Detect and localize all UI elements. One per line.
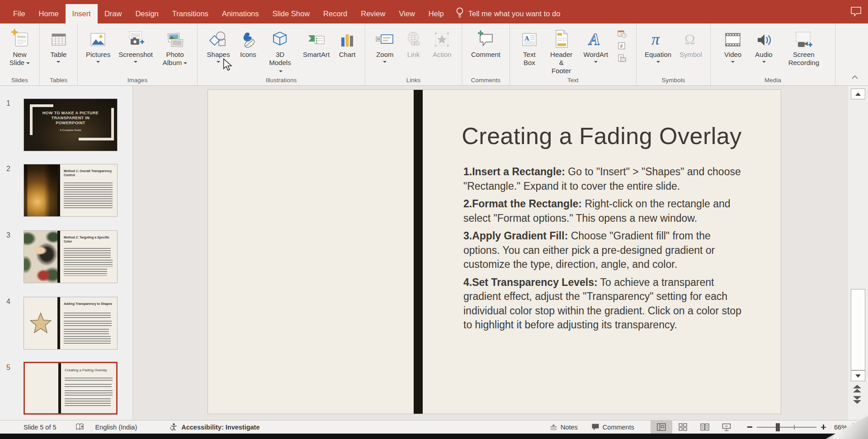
normal-view-button[interactable] [651, 420, 672, 434]
3d-models-button[interactable]: 3D Models [266, 26, 293, 75]
zoom-slider-thumb[interactable] [776, 423, 780, 431]
tab-animations[interactable]: Animations [215, 4, 266, 23]
object-button[interactable] [618, 54, 627, 64]
dropdown-chevron-icon [594, 61, 598, 63]
collapse-ribbon-button[interactable] [852, 73, 858, 81]
slide-thumbnail-2[interactable]: Method 1: Overall Transparency Control [24, 164, 118, 217]
slide-divider-bar [57, 164, 60, 216]
zoom-slider-track[interactable] [757, 427, 816, 428]
wordart-icon: A [587, 27, 605, 49]
svg-text:A: A [524, 35, 529, 42]
slide-thumbnail-5-selected[interactable]: Creating a Fading Overlay [24, 362, 118, 415]
icons-icon [239, 27, 257, 49]
photo-album-button[interactable]: Photo Album [161, 26, 189, 67]
video-button[interactable]: Video [724, 26, 742, 63]
slide-thumbnail-3[interactable]: Method 2: Targeting a Specific Color [24, 230, 118, 283]
notes-toggle[interactable]: Notes [546, 420, 581, 434]
slide-show-button[interactable] [716, 420, 737, 434]
up-arrow-icon [855, 93, 861, 96]
vertical-scrollbar[interactable] [848, 86, 868, 420]
comments-toggle[interactable]: Comments [588, 420, 638, 434]
zoom-slider[interactable] [740, 425, 826, 430]
double-down-arrow-icon [853, 400, 861, 404]
tab-transitions[interactable]: Transitions [165, 4, 215, 23]
slide-number-button[interactable]: # [618, 42, 627, 52]
audio-button[interactable]: Audio [755, 26, 772, 63]
svg-text:#: # [620, 43, 623, 49]
tab-help[interactable]: Help [422, 4, 451, 23]
ribbon-group-links: Zoom Link Action Links [365, 23, 462, 85]
zoom-out-icon[interactable] [747, 426, 752, 428]
slide-title-textbox[interactable]: Creating a Fading Overlay [423, 122, 781, 149]
shapes-button[interactable]: Shapes [207, 26, 230, 63]
bottom-black-strip [0, 434, 868, 439]
zoom-in-icon[interactable] [821, 425, 826, 430]
dropdown-chevron-icon [26, 62, 30, 64]
tab-review[interactable]: Review [354, 4, 392, 23]
chart-button[interactable]: Chart [339, 26, 356, 59]
slide-canvas[interactable]: Creating a Fading Overlay 1.Insert a Rec… [133, 86, 848, 420]
audio-icon [755, 27, 773, 49]
smartart-button[interactable]: SmartArt [303, 26, 330, 59]
wordart-button[interactable]: A WordArt [584, 26, 609, 63]
dropdown-chevron-icon [134, 61, 137, 63]
status-bar-right: Notes Comments 66% [546, 420, 865, 434]
screen-recording-button[interactable]: Screen Recording [786, 26, 822, 67]
lightbulb-icon [455, 7, 464, 21]
accessibility-status[interactable]: Accessibility: Investigate [166, 423, 263, 431]
slide-body-textbox[interactable]: 1.Insert a Rectangle: Go to "Insert" > "… [463, 165, 743, 336]
date-time-button[interactable] [618, 30, 627, 40]
mouse-cursor [223, 58, 233, 74]
language-selector[interactable]: English (India) [92, 424, 141, 431]
tab-record[interactable]: Record [316, 4, 354, 23]
screenshot-button[interactable]: Screenshot [118, 26, 153, 63]
scroll-up-button[interactable] [851, 89, 865, 99]
text-box-button[interactable]: A Text Box [519, 26, 539, 67]
previous-slide-button[interactable] [853, 385, 861, 393]
ribbon-group-comments: Comment Comments [462, 23, 510, 85]
step-paragraph: 1.Insert a Rectangle: Go to "Insert" > "… [463, 165, 743, 193]
icons-button[interactable]: Icons [239, 26, 257, 59]
tab-slide-show[interactable]: Slide Show [266, 4, 317, 23]
tab-file[interactable]: File [6, 4, 32, 23]
tab-draw[interactable]: Draw [98, 4, 129, 23]
group-label-symbols: Symbols [637, 77, 710, 84]
slide-number-4: 4 [6, 298, 17, 306]
chart-icon [339, 27, 355, 49]
next-slide-button[interactable] [853, 396, 861, 404]
header-footer-icon [553, 27, 570, 49]
scroll-down-button[interactable] [851, 370, 865, 381]
slide-editing-surface[interactable]: Creating a Fading Overlay 1.Insert a Rec… [208, 90, 781, 414]
slide-indicator[interactable]: Slide 5 of 5 [20, 424, 60, 431]
symbol-omega-icon: Ω [683, 27, 698, 49]
action-icon [433, 27, 451, 49]
new-slide-button[interactable]: New Slide [7, 26, 33, 67]
slide-thumbnail-1[interactable]: HOW TO MAKE A PICTURE TRANSPARENT IN POW… [24, 98, 118, 151]
reading-view-button[interactable] [694, 420, 716, 434]
tab-view[interactable]: View [392, 4, 421, 23]
workspace: 1 HOW TO MAKE A PICTURE TRANSPARENT IN P… [0, 86, 868, 420]
scrollbar-thumb[interactable] [851, 289, 865, 370]
header-footer-button[interactable]: Header & Footer [549, 26, 574, 75]
zoom-slides-icon [375, 27, 394, 49]
slide-thumbnail-4[interactable]: Adding Transparency to Shapes [24, 297, 118, 350]
zoom-button[interactable]: Zoom [375, 26, 394, 63]
spell-check-button[interactable] [72, 423, 88, 431]
slide-divider-bar[interactable] [414, 90, 423, 414]
pictures-button[interactable]: Pictures [86, 26, 110, 63]
screenshot-icon [126, 27, 145, 49]
tab-insert[interactable]: Insert [66, 4, 98, 23]
chat-icon[interactable] [850, 6, 862, 19]
slide-sorter-view-button[interactable] [672, 420, 694, 434]
equation-button[interactable]: π Equation [645, 26, 671, 63]
tell-me-search[interactable]: Tell me what you want to do [451, 4, 565, 23]
tab-design[interactable]: Design [128, 4, 165, 23]
normal-view-icon [657, 423, 666, 431]
dropdown-chevron-icon [656, 61, 660, 63]
dropdown-chevron-icon [383, 61, 387, 63]
table-button[interactable]: Table [50, 26, 68, 63]
group-label-text: Text [510, 77, 636, 84]
thumbnail-text-lines [64, 260, 113, 267]
tab-home[interactable]: Home [32, 4, 66, 23]
comment-button[interactable]: Comment [471, 26, 500, 59]
